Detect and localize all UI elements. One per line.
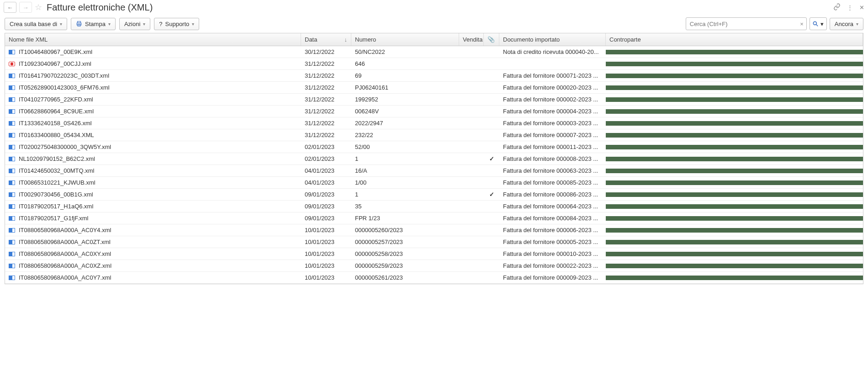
- table-row[interactable]: IT00290730456_00B1G.xml09/01/20231✓Fattu…: [5, 189, 863, 201]
- cell-filename: IT13336240158_0S426.xml: [5, 117, 301, 129]
- cell-document: Fattura del fornitore 000007-2023 ...: [499, 129, 606, 141]
- more-button[interactable]: Ancora▾: [830, 18, 863, 30]
- column-header-attachment[interactable]: 📎: [484, 33, 499, 46]
- column-header-document[interactable]: Documento importato: [499, 33, 606, 46]
- file-icon: [9, 169, 15, 173]
- file-icon: [9, 133, 15, 138]
- cell-attachment: [484, 204, 499, 209]
- cell-number: 69: [351, 70, 459, 81]
- cell-counterparty: [606, 264, 863, 268]
- cell-filename: IT10046480967_00E9K.xml: [5, 46, 301, 58]
- nav-back-button[interactable]: ←: [4, 2, 16, 13]
- search-clear-icon[interactable]: ×: [800, 21, 804, 27]
- file-icon: [9, 216, 15, 221]
- cell-filename: IT01879020517_G1fjF.xml: [5, 212, 301, 224]
- actions-button[interactable]: Azioni▾: [119, 18, 150, 30]
- cell-document: Fattura del fornitore 000003-2023 ...: [499, 117, 606, 129]
- link-icon[interactable]: [833, 3, 841, 12]
- cell-number: 0000005259/2023: [351, 260, 459, 271]
- print-button[interactable]: Stampa▾: [71, 18, 116, 30]
- cell-filename: IT08806580968A000A_AC0Y7.xml: [5, 272, 301, 283]
- column-header-date[interactable]: Data↓: [301, 33, 351, 46]
- caret-down-icon: ▾: [856, 21, 858, 27]
- cell-number: FPR 1/23: [351, 212, 459, 224]
- table-row[interactable]: IT01879020517_G1fjF.xml09/01/2023FPR 1/2…: [5, 212, 863, 224]
- cell-number: 52/00: [351, 141, 459, 153]
- cell-date: 31/12/2022: [301, 117, 351, 129]
- table-row[interactable]: IT01879020517_H1aQ6.xml09/01/202335Fattu…: [5, 201, 863, 212]
- table-row[interactable]: IT13336240158_0S426.xml31/12/20222022/29…: [5, 117, 863, 129]
- column-header-number[interactable]: Numero: [351, 33, 459, 46]
- file-icon: [9, 145, 15, 149]
- cell-counterparty: [606, 109, 863, 114]
- column-header-counterparty[interactable]: Controparte: [606, 33, 863, 46]
- table-row[interactable]: IT00865310221_KJWUB.xml04/01/20231/00Fat…: [5, 177, 863, 189]
- cell-date: 09/01/2023: [301, 201, 351, 212]
- cell-counterparty: [606, 192, 863, 197]
- cell-number: 0000005260/2023: [351, 224, 459, 236]
- column-header-sale[interactable]: Vendita: [459, 33, 484, 46]
- cell-attachment: [484, 74, 499, 78]
- search-input[interactable]: [686, 19, 806, 29]
- nav-forward-button[interactable]: →: [19, 2, 32, 13]
- cell-attachment: [484, 169, 499, 173]
- cell-date: 02/01/2023: [301, 153, 351, 164]
- table-row[interactable]: IT08806580968A000A_AC0XY.xml10/01/202300…: [5, 248, 863, 260]
- cell-counterparty: [606, 85, 863, 90]
- cell-counterparty: [606, 180, 863, 185]
- support-button[interactable]: ? Supporto▾: [154, 18, 199, 30]
- table-row[interactable]: IT01424650032_00MTQ.xml04/01/202316/AFat…: [5, 165, 863, 177]
- cell-date: 31/12/2022: [301, 94, 351, 105]
- table-row[interactable]: IT10046480967_00E9K.xml30/12/202250/NC20…: [5, 46, 863, 58]
- cell-filename: IT0526289001423003_6FM76.xml: [5, 82, 301, 93]
- cell-filename: IT04102770965_22KFD.xml: [5, 94, 301, 105]
- cell-attachment: [484, 109, 499, 114]
- cell-filename: IT0200275048300000_3QW5Y.xml: [5, 141, 301, 153]
- table-row[interactable]: IT08806580968A000A_AC0XZ.xml10/01/202300…: [5, 260, 863, 272]
- table-row[interactable]: IT08806580968A000A_AC0Y7.xml10/01/202300…: [5, 272, 863, 284]
- cell-document: Fattura del fornitore 000010-2023 ...: [499, 248, 606, 260]
- kebab-menu-icon[interactable]: ⋮: [847, 4, 853, 11]
- table-row[interactable]: IT08806580968A000A_AC0Y4.xml10/01/202300…: [5, 224, 863, 236]
- cell-document: Fattura del fornitore 000009-2023 ...: [499, 272, 606, 283]
- favorite-star-icon[interactable]: ☆: [35, 2, 42, 12]
- cell-sale: [459, 228, 484, 233]
- close-icon[interactable]: ✕: [859, 4, 864, 11]
- cell-date: 09/01/2023: [301, 189, 351, 200]
- svg-line-4: [816, 25, 818, 27]
- column-header-file[interactable]: Nome file XML: [5, 33, 301, 46]
- data-table: Nome file XML Data↓ Numero Vendita 📎 Doc…: [5, 33, 863, 284]
- sort-descending-icon: ↓: [344, 36, 348, 43]
- caret-down-icon: ▾: [820, 21, 824, 27]
- table-row[interactable]: IT01633400880_05434.XML31/12/2022232/22F…: [5, 129, 863, 141]
- cell-number: 1: [351, 189, 459, 200]
- table-row[interactable]: IT016417907022023C_003DT.xml31/12/202269…: [5, 70, 863, 82]
- table-row[interactable]: IT04102770965_22KFD.xml31/12/20221992952…: [5, 94, 863, 106]
- cell-sale: [459, 204, 484, 209]
- cell-counterparty: [606, 62, 863, 66]
- table-row[interactable]: IT06628860964_8C9UE.xml31/12/2022006248V…: [5, 106, 863, 117]
- cell-number: 50/NC2022: [351, 46, 459, 58]
- svg-point-3: [814, 21, 817, 25]
- cell-document: Fattura del fornitore 000002-2023 ...: [499, 94, 606, 105]
- cell-document: Fattura del fornitore 000063-2023 ...: [499, 165, 606, 176]
- search-button[interactable]: ▾: [810, 17, 827, 30]
- table-row[interactable]: IT0200275048300000_3QW5Y.xml02/01/202352…: [5, 141, 863, 153]
- search-input-wrapper[interactable]: ×: [686, 17, 807, 30]
- cell-number: 646: [351, 58, 459, 69]
- create-based-on-button[interactable]: Crea sulla base di▾: [5, 18, 67, 30]
- cell-document: Nota di credito ricevuta 000040-20...: [499, 46, 606, 58]
- cell-counterparty: [606, 228, 863, 233]
- cell-date: 30/12/2022: [301, 46, 351, 58]
- table-row[interactable]: NL10209790152_B62C2.xml02/01/20231✓Fattu…: [5, 153, 863, 165]
- cell-filename: IT00290730456_00B1G.xml: [5, 189, 301, 200]
- cell-date: 04/01/2023: [301, 177, 351, 188]
- file-icon: [9, 276, 15, 280]
- table-row[interactable]: IT0526289001423003_6FM76.xml31/12/2022PJ…: [5, 82, 863, 94]
- table-row[interactable]: IT10923040967_00CJJ.xml31/12/2022646: [5, 58, 863, 70]
- cell-attachment: [484, 85, 499, 90]
- cell-sale: [459, 276, 484, 280]
- cell-attachment: [484, 62, 499, 66]
- cell-date: 31/12/2022: [301, 106, 351, 117]
- table-row[interactable]: IT08806580968A000A_AC0ZT.xml10/01/202300…: [5, 236, 863, 248]
